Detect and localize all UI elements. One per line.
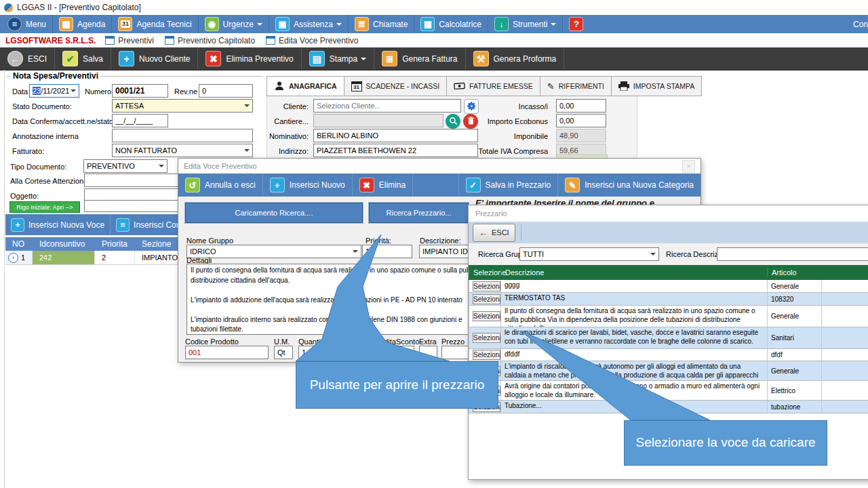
menu-item-agenda-tecnici[interactable]: 31 Agenda Tecnici bbox=[112, 15, 198, 33]
inserisci-nuova-voce-button[interactable]: + Inserisci Nuova Voce bbox=[5, 214, 111, 235]
numero-field[interactable] bbox=[112, 84, 168, 98]
table-row: Seleziona dfddf dfdf bbox=[469, 349, 868, 361]
row-expander-icon[interactable]: › bbox=[8, 253, 18, 263]
prezzo-vendita-field[interactable] bbox=[346, 346, 387, 359]
revne-field[interactable] bbox=[199, 84, 253, 98]
sconto-field[interactable] bbox=[396, 346, 414, 359]
nominativo-field[interactable] bbox=[313, 129, 478, 142]
hamburger-icon: ≡ bbox=[7, 17, 22, 31]
menu-item-agenda[interactable]: ▦ Agenda bbox=[53, 15, 112, 33]
quantita-field[interactable] bbox=[298, 346, 336, 359]
ecobonus-field[interactable] bbox=[556, 114, 606, 127]
row-articolo: dfdf bbox=[767, 349, 821, 361]
group-title: Nota Spesa/Preventivi bbox=[11, 71, 100, 81]
fatturato-select[interactable]: NON FATTURATO bbox=[112, 144, 253, 157]
breadcrumb-tab-edita-voce[interactable]: Edita Voce Preventivo bbox=[266, 36, 358, 45]
cliente-field[interactable] bbox=[313, 99, 461, 113]
prezzo-vendita-label: Prezzo Vendita bbox=[346, 338, 396, 346]
caricamento-ricerca-button[interactable]: Caricamento Ricerca.... bbox=[185, 203, 363, 223]
tab-imposta-stampa[interactable]: IMPOSTA STAMPA bbox=[612, 76, 702, 96]
annulla-o-esci-button[interactable]: ↺ Annulla o esci bbox=[178, 174, 263, 197]
annotazione-field[interactable] bbox=[112, 129, 253, 142]
stato-documento-select[interactable]: ATTESA bbox=[112, 99, 253, 113]
indirizzo-field[interactable] bbox=[313, 144, 478, 157]
um-field[interactable] bbox=[274, 346, 293, 359]
undo-icon: ↺ bbox=[185, 178, 200, 192]
menu-item-help[interactable]: ? bbox=[563, 15, 589, 33]
chevron-down-icon bbox=[257, 23, 262, 26]
seleziona-button[interactable]: Seleziona bbox=[473, 294, 500, 304]
chevron-down-icon bbox=[650, 253, 656, 256]
menu-item-urgenze[interactable]: ◉ Urgenze bbox=[199, 15, 269, 33]
elimina-preventivo-button[interactable]: ✖ Elimina Preventivo bbox=[198, 47, 301, 70]
cliente-label: Cliente: bbox=[268, 102, 309, 110]
breadcrumb-tab-preventivo-capitolato[interactable]: Preventivo Capitolato bbox=[165, 36, 255, 45]
fatturato-label: Fatturato: bbox=[12, 147, 44, 155]
row-articolo: 108320 bbox=[767, 293, 821, 305]
x-icon: ✖ bbox=[359, 178, 374, 192]
seleziona-button[interactable]: Seleziona bbox=[473, 311, 500, 321]
numero-label: Numero bbox=[85, 87, 111, 96]
person-icon bbox=[274, 81, 285, 92]
window-title: LGGAS II - [Preventivo Capitolato] bbox=[17, 3, 141, 12]
chevron-down-icon bbox=[71, 89, 76, 92]
pen-icon: ✎ bbox=[565, 178, 580, 192]
tab-fatture-emesse[interactable]: FATTURE EMESSE bbox=[447, 76, 540, 96]
table-row: Seleziona Il punto di consegna della for… bbox=[469, 306, 868, 327]
prezzario-esci-button[interactable]: ← ESCI bbox=[473, 224, 515, 242]
menu-item-chiamate[interactable]: ≣ Chiamate bbox=[349, 15, 414, 33]
row-articolo: Elettrico bbox=[767, 381, 821, 400]
seleziona-button[interactable]: Seleziona bbox=[473, 281, 500, 291]
stato-documento-label: Stato Documento: bbox=[12, 102, 72, 110]
dialog-title: Edita Voce Preventivo bbox=[184, 162, 257, 170]
codice-prodotto-field[interactable] bbox=[185, 346, 269, 359]
cantiere-label: Cantiere... bbox=[268, 117, 309, 125]
ricerca-prezzario-button[interactable]: Ricerca Prezzario... bbox=[369, 203, 469, 223]
menu-item-assistenza[interactable]: ▣ Assistenza bbox=[269, 15, 349, 33]
menu-item-calcolatrice[interactable]: ▦ Calcolatrice bbox=[414, 15, 488, 33]
elimina-button[interactable]: ✖ Elimina bbox=[353, 174, 413, 197]
row-descrizione: dfddf bbox=[500, 349, 767, 361]
menu-bar: ≡ Menu ▦ Agenda 31 Agenda Tecnici ◉ Urge… bbox=[0, 15, 868, 33]
breadcrumb: LGSOFTWARE S.R.L.S. Preventivi Preventiv… bbox=[0, 33, 868, 47]
chevron-down-icon bbox=[353, 250, 358, 253]
genera-fattura-button[interactable]: ≣ Genera Fattura bbox=[374, 47, 465, 70]
nuovo-cliente-button[interactable]: + Nuovo Cliente bbox=[111, 47, 198, 70]
data-conferma-field[interactable] bbox=[112, 114, 168, 127]
tab-anagrafica[interactable]: ANAGRAFICA bbox=[267, 76, 344, 96]
seleziona-button[interactable]: Seleziona bbox=[473, 350, 500, 360]
ricerca-gruppo-select[interactable]: TUTTI bbox=[519, 247, 659, 261]
priorita-field[interactable] bbox=[362, 245, 412, 258]
prezzario-title: Prezzario bbox=[475, 209, 507, 218]
rigo-iniziale-button[interactable]: Rigo Iniziale: Apri --> bbox=[9, 201, 80, 213]
cantiere-search-button[interactable] bbox=[446, 114, 460, 129]
inserisci-nuova-categoria-button[interactable]: ✎ Inserisci una Nuova Categoria bbox=[558, 174, 701, 197]
nome-gruppo-select[interactable]: IDRICO bbox=[186, 245, 361, 258]
attenzione-label: Alla Cortese Attenzione: bbox=[10, 177, 90, 185]
breadcrumb-tab-preventivi[interactable]: Preventivi bbox=[105, 36, 154, 45]
close-icon[interactable]: × bbox=[682, 160, 695, 173]
search-icon bbox=[449, 117, 458, 127]
extra-field[interactable] bbox=[419, 346, 437, 359]
incasso-field[interactable] bbox=[556, 99, 606, 113]
esci-button[interactable]: ← ESCI bbox=[0, 47, 55, 70]
ricerca-descrizione-field[interactable] bbox=[717, 247, 868, 261]
inserisci-nuovo-button[interactable]: + Inserisci Nuovo bbox=[263, 174, 353, 197]
row-descrizione: le diramazioni di scarico per lavabi, bi… bbox=[500, 327, 767, 348]
genera-proforma-button[interactable]: ⚒ Genera Proforma bbox=[466, 47, 565, 70]
nominativo-label: Nominativo: bbox=[268, 132, 309, 140]
data-field[interactable]: 23/11/2021 bbox=[29, 84, 79, 98]
menu-item-menu[interactable]: ≡ Menu bbox=[1, 15, 53, 33]
stampa-button[interactable]: ▤ Stampa bbox=[302, 47, 374, 70]
prezzo-field[interactable] bbox=[441, 346, 469, 359]
salva-in-prezzario-button[interactable]: ✓ Salva in Prezzario bbox=[458, 174, 559, 197]
tipo-documento-select[interactable]: PREVENTIVO bbox=[83, 159, 167, 173]
tab-strip: ANAGRAFICA 31 SCADENZE - INCASSI FATTURE… bbox=[267, 76, 702, 96]
seleziona-button[interactable]: Seleziona bbox=[473, 333, 500, 343]
menu-item-strumenti[interactable]: ↓ Strumenti bbox=[488, 15, 563, 33]
priorita-cell: 2 bbox=[95, 251, 135, 264]
oggetto-label: Oggetto: bbox=[10, 192, 39, 200]
tab-scadenze-incassi[interactable]: 31 SCADENZE - INCASSI bbox=[344, 76, 448, 96]
salva-button[interactable]: ✔ Salva bbox=[55, 47, 111, 70]
tab-riferimenti[interactable]: ✎ RIFERIMENTI bbox=[540, 76, 612, 96]
